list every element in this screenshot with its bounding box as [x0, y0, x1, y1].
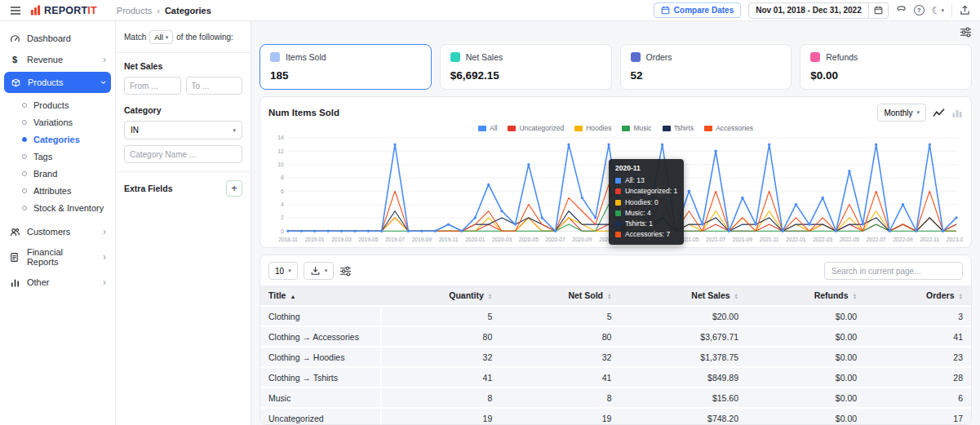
bullet-icon	[22, 103, 27, 108]
calendar-button[interactable]	[868, 3, 888, 18]
subitem-label: Attributes	[33, 186, 71, 196]
extra-fields-row: Extra Fields +	[124, 180, 242, 197]
date-range-control[interactable]: Nov 01, 2018 - Dec 31, 2022	[748, 2, 889, 19]
svg-text:4: 4	[281, 201, 284, 207]
svg-text:2022-03: 2022-03	[813, 237, 832, 242]
interval-select[interactable]: Monthly▾	[877, 104, 926, 122]
legend-item-accessories[interactable]: Accessories	[704, 124, 753, 132]
header-divider	[951, 4, 952, 17]
category-operator-select[interactable]: IN▾	[124, 121, 242, 139]
line-chart-toggle[interactable]	[933, 108, 945, 118]
legend-item-uncategorized[interactable]: Uncategorized	[508, 124, 564, 132]
legend-item-music[interactable]: Music	[622, 124, 651, 132]
page-settings-button[interactable]	[960, 26, 972, 38]
logo-icon	[29, 5, 41, 16]
date-range-text[interactable]: Nov 01, 2018 - Dec 31, 2022	[749, 3, 868, 18]
theme-toggle-button[interactable]: ☾▾	[932, 5, 944, 16]
stat-label: Orders	[646, 52, 672, 62]
table-search-input[interactable]	[824, 262, 963, 280]
svg-text:2020-05: 2020-05	[519, 237, 539, 242]
items-sold-icon	[270, 52, 280, 62]
tooltip-color-swatch	[615, 232, 621, 237]
cell-value: 80	[500, 326, 619, 347]
cell-value: 80	[381, 326, 500, 347]
column-header-title[interactable]: Title▲	[260, 286, 381, 306]
help-button[interactable]: ?	[914, 5, 925, 15]
svg-text:2022-11: 2022-11	[920, 237, 939, 242]
compare-dates-icon	[661, 6, 670, 15]
match-select[interactable]: All▾	[149, 30, 173, 44]
stat-card-net-sales[interactable]: Net Sales$6,692.15	[440, 44, 612, 90]
sidebar-item-label: Other	[27, 277, 50, 287]
legend-item-hoodies[interactable]: Hoodies	[574, 124, 611, 132]
net-sales-from-input[interactable]	[124, 77, 181, 95]
sidebar-subitem-brand[interactable]: Brand	[0, 165, 115, 182]
tooltip-row: Uncategorized: 1	[615, 186, 677, 197]
bar-chart-toggle[interactable]	[951, 108, 963, 118]
table-body: Clothing55$20.00$0.003Clothing → Accesso…	[260, 306, 971, 425]
column-settings-button[interactable]	[339, 266, 352, 277]
chart-area[interactable]: 024681012142018-112019-012019-032019-052…	[268, 133, 963, 246]
legend-item-all[interactable]: All	[478, 124, 497, 132]
table-export-button[interactable]: ▾	[304, 262, 335, 280]
sidebar-item-other[interactable]: Other ›	[0, 272, 115, 293]
hamburger-menu-button[interactable]	[10, 5, 21, 16]
phone-support-button[interactable]	[896, 5, 907, 15]
caret-down-icon: ▾	[233, 127, 236, 134]
sidebar-item-customers[interactable]: Customers ›	[0, 221, 115, 242]
app-logo[interactable]: REPORTIT	[29, 5, 97, 16]
sidebar-item-dashboard[interactable]: Dashboard	[0, 28, 115, 49]
compare-dates-button[interactable]: Compare Dates	[654, 2, 741, 18]
sidebar-subitem-tags[interactable]: Tags	[0, 148, 115, 165]
column-header-net-sales[interactable]: Net Sales▲▼	[619, 286, 747, 306]
column-header-refunds[interactable]: Refunds▲▼	[747, 286, 865, 306]
sidebar-subitem-variations[interactable]: Variations	[0, 113, 115, 131]
cell-value: $20.00	[619, 306, 747, 326]
column-header-net-sold[interactable]: Net Sold▲▼	[500, 286, 619, 306]
bullet-icon	[22, 206, 27, 210]
category-name-input[interactable]	[124, 145, 242, 163]
cell-value: 5	[381, 306, 500, 326]
sidebar-subitem-stock-inventory[interactable]: Stock & Inventory	[0, 199, 115, 216]
svg-text:6: 6	[281, 188, 284, 194]
svg-text:2022-01: 2022-01	[786, 237, 805, 242]
hamburger-icon	[10, 5, 21, 16]
cell-value: 32	[500, 347, 619, 367]
sidebar-item-label: Products	[28, 77, 63, 87]
tooltip-text: Hoodies: 0	[625, 197, 659, 208]
cell-value: $0.00	[747, 347, 865, 367]
stat-card-items-sold[interactable]: Items Sold185	[259, 44, 432, 90]
subitem-label: Brand	[33, 169, 57, 179]
svg-text:2020-09: 2020-09	[572, 237, 592, 242]
caret-down-icon: ▾	[288, 268, 291, 274]
column-header-quantity[interactable]: Quantity▲▼	[381, 286, 500, 306]
page-size-select[interactable]: 10▾	[268, 262, 298, 280]
sidebar-item-products[interactable]: Products ›	[4, 72, 111, 93]
cell-value: 28	[865, 367, 971, 387]
net-sales-icon	[450, 52, 460, 62]
bullet-icon	[22, 171, 27, 176]
sidebar: Dashboard $ Revenue › Products › Product…	[0, 21, 116, 425]
bar-chart-icon	[951, 108, 963, 118]
legend-color-swatch	[704, 126, 712, 131]
sidebar-subitem-products[interactable]: Products	[0, 96, 115, 113]
legend-item-tshirts[interactable]: Tshirts	[663, 124, 694, 132]
chevron-right-icon: ›	[103, 252, 106, 262]
svg-text:2020-03: 2020-03	[492, 237, 512, 242]
line-chart-icon	[933, 108, 945, 118]
add-extra-field-button[interactable]: +	[226, 180, 242, 197]
breadcrumb-item-products[interactable]: Products	[117, 6, 152, 15]
stat-card-refunds[interactable]: Refunds$0.00	[800, 44, 972, 90]
export-button[interactable]	[960, 5, 970, 15]
svg-text:2021-07: 2021-07	[706, 237, 725, 242]
sidebar-subitem-categories[interactable]: Categories	[0, 131, 115, 148]
cell-value: 3	[865, 306, 971, 326]
sidebar-item-revenue[interactable]: $ Revenue ›	[0, 49, 115, 70]
stat-value: $0.00	[810, 69, 961, 82]
tooltip-text: All: 13	[625, 175, 645, 186]
sidebar-item-financial-reports[interactable]: Financial Reports ›	[0, 242, 115, 272]
column-header-orders[interactable]: Orders▲▼	[865, 286, 971, 306]
net-sales-to-input[interactable]	[186, 77, 243, 95]
sidebar-subitem-attributes[interactable]: Attributes	[0, 182, 115, 199]
stat-card-orders[interactable]: Orders52	[620, 44, 792, 90]
